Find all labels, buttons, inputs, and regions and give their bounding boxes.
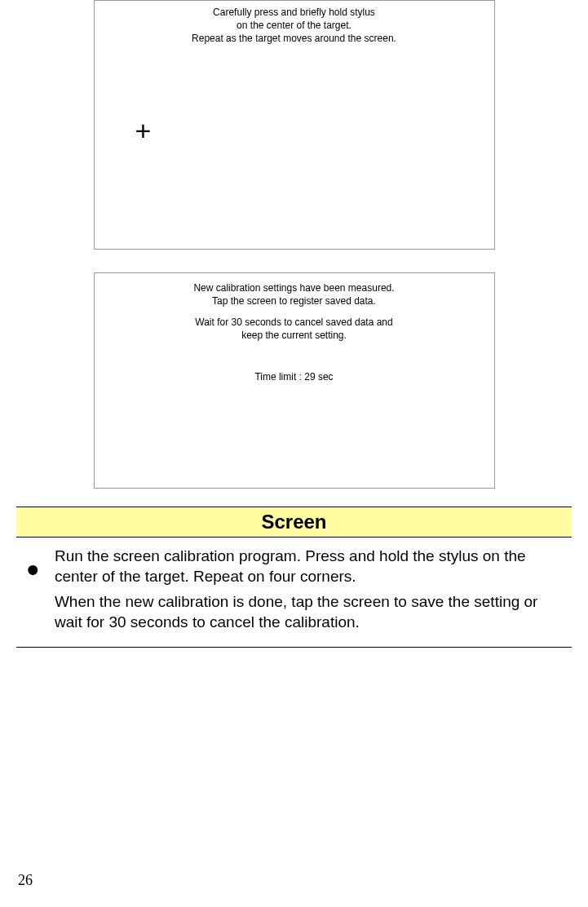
calibration-instruction-line3: Repeat as the target moves around the sc… <box>95 32 494 45</box>
page-number: 26 <box>18 872 33 889</box>
section-text: Run the screen calibration program. Pres… <box>55 546 567 637</box>
screen-section: Screen ● Run the screen calibration prog… <box>16 507 572 648</box>
calibration-instruction-line1: Carefully press and briefly hold stylus <box>95 6 494 19</box>
calibration-instruction-line2: on the center of the target. <box>95 19 494 32</box>
crosshair-icon: + <box>135 115 152 147</box>
section-title: Screen <box>16 507 572 538</box>
section-para1: Run the screen calibration program. Pres… <box>55 546 567 586</box>
section-para2: When the new calibration is done, tap th… <box>55 591 567 632</box>
calibration-screen-1: Carefully press and briefly hold stylus … <box>94 0 495 250</box>
bullet-icon: ● <box>26 560 40 578</box>
time-limit-text: Time limit : 29 sec <box>95 342 494 383</box>
calibration-result-line1: New calibration settings have been measu… <box>95 281 494 294</box>
calibration-screen-2: New calibration settings have been measu… <box>94 272 495 489</box>
calibration-instruction: Carefully press and briefly hold stylus … <box>95 1 494 45</box>
calibration-result-block1: New calibration settings have been measu… <box>95 273 494 307</box>
section-body: ● Run the screen calibration program. Pr… <box>16 538 572 648</box>
calibration-result-line3: Wait for 30 seconds to cancel saved data… <box>95 316 494 329</box>
calibration-result-block2: Wait for 30 seconds to cancel saved data… <box>95 307 494 342</box>
calibration-result-line2: Tap the screen to register saved data. <box>95 294 494 307</box>
calibration-result-line4: keep the current setting. <box>95 329 494 342</box>
